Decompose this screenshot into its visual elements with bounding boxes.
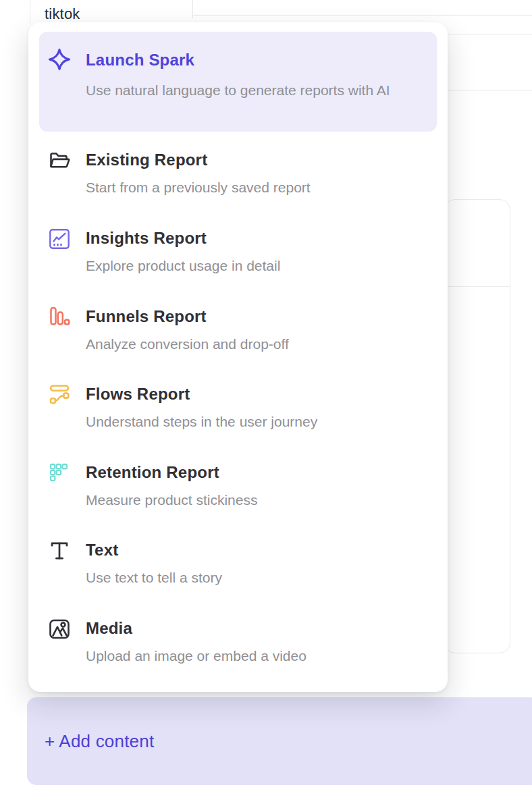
screen: tiktok Launch Spark Use natural language… xyxy=(0,0,532,810)
menu-item-title: Funnels Report xyxy=(86,306,207,327)
add-content-button[interactable]: + Add content xyxy=(27,697,532,785)
menu-item-title: Existing Report xyxy=(86,150,207,170)
flows-icon xyxy=(47,383,72,407)
background-report-card xyxy=(444,199,510,653)
spark-icon xyxy=(47,47,72,72)
menu-item-description: Measure product stickiness xyxy=(86,491,257,510)
menu-item-title: Media xyxy=(86,618,132,639)
menu-item-launch-spark[interactable]: Launch Spark Use natural language to gen… xyxy=(39,32,437,132)
text-icon xyxy=(47,539,72,563)
menu-item-retention-report[interactable]: Retention Report Measure product stickin… xyxy=(28,462,448,514)
menu-item-title: Retention Report xyxy=(86,462,219,483)
add-content-label: + Add content xyxy=(45,731,154,752)
background-row-divider xyxy=(446,34,532,34)
menu-item-media[interactable]: Media Upload an image or embed a video xyxy=(28,618,448,670)
background-row-divider xyxy=(192,15,532,16)
folder-open-icon xyxy=(47,148,72,173)
menu-item-title: Text xyxy=(86,540,118,560)
menu-item-existing-report[interactable]: Existing Report Start from a previously … xyxy=(28,150,448,201)
menu-item-flows-report[interactable]: Flows Report Understand steps in the use… xyxy=(28,384,448,435)
menu-item-funnels-report[interactable]: Funnels Report Analyze conversion and dr… xyxy=(28,306,448,358)
background-cell-text: tiktok xyxy=(45,5,80,23)
menu-item-insights-report[interactable]: Insights Report Explore product usage in… xyxy=(28,228,448,279)
menu-item-description: Understand steps in the user journey xyxy=(86,412,317,431)
menu-item-title: Launch Spark xyxy=(86,50,194,70)
background-column-divider xyxy=(30,0,30,23)
menu-item-description: Upload an image or embed a video xyxy=(86,647,307,666)
menu-item-title: Flows Report xyxy=(86,384,190,404)
menu-item-description: Explore product usage in detail xyxy=(86,256,280,275)
menu-item-text[interactable]: Text Use text to tell a story xyxy=(28,540,448,591)
retention-grid-icon xyxy=(47,461,72,485)
menu-item-description: Use natural language to generate reports… xyxy=(86,79,433,102)
menu-item-description: Analyze conversion and drop-off xyxy=(86,335,289,354)
menu-item-description: Start from a previously saved report xyxy=(86,178,311,197)
background-row-divider xyxy=(446,90,532,90)
insights-chart-icon xyxy=(47,227,72,251)
add-content-menu: Launch Spark Use natural language to gen… xyxy=(28,22,448,692)
background-card-divider xyxy=(445,286,510,287)
media-image-icon xyxy=(47,617,72,641)
menu-item-description: Use text to tell a story xyxy=(86,568,222,587)
menu-item-title: Insights Report xyxy=(86,228,207,248)
funnel-bars-icon xyxy=(47,305,72,329)
